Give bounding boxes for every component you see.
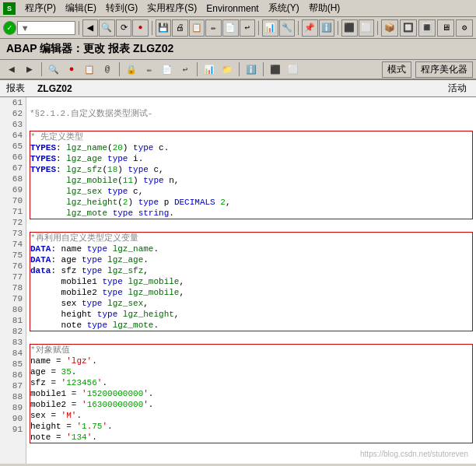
icon12[interactable]: ⬛: [341, 19, 358, 37]
code-content[interactable]: *§2.1.2.自定义数据类型测试- * 先定义类型TYPES: lgz_nam…: [26, 97, 476, 464]
print-button[interactable]: 🖨: [172, 19, 188, 37]
menu-bar: S 程序(P) 编辑(E) 转到(G) 实用程序(S) Environment …: [0, 0, 476, 17]
code-line: TYPES: lgz_sfz(18) type c,: [30, 164, 472, 175]
line-num: 91: [0, 424, 26, 435]
program-input[interactable]: ▼: [17, 21, 75, 35]
line-num: 66: [0, 152, 26, 163]
icon9[interactable]: 🔧: [279, 19, 296, 37]
code-line: *§2.1.2.自定义数据类型测试-: [30, 108, 473, 119]
menu-item-program[interactable]: 程序(P): [20, 0, 61, 16]
tool8[interactable]: ↩: [177, 61, 194, 77]
code-line: height type lgz_height,: [30, 309, 472, 320]
line-num: 76: [0, 261, 26, 272]
line-num: 77: [0, 272, 26, 282]
line-num: 72: [0, 217, 26, 228]
code-line: mobile2 type lgz_mobile,: [30, 287, 472, 298]
nav-forward[interactable]: ▶: [21, 61, 38, 77]
line-num: 85: [0, 359, 26, 370]
code-line: lgz_mobile(11) type n,: [30, 175, 472, 186]
refresh-button[interactable]: ⟳: [116, 19, 132, 37]
line-num: 80: [0, 304, 26, 315]
code-line: TYPES: lgz_age type i.: [30, 153, 472, 164]
tool1[interactable]: 🔍: [45, 61, 62, 77]
icon16[interactable]: 🔳: [418, 19, 436, 37]
code-line: sfz = '123456'.: [30, 377, 472, 388]
save-button[interactable]: 💾: [156, 19, 172, 37]
tool7[interactable]: 📄: [159, 61, 176, 77]
line-num: 62: [0, 108, 26, 119]
beautify-button[interactable]: 程序美化器: [415, 61, 473, 78]
tool9[interactable]: 📊: [201, 61, 218, 77]
code-line: lgz_height(2) type p DECIMALS 2,: [30, 197, 472, 208]
mode-button[interactable]: 模式: [382, 61, 411, 78]
code-line: note = '134'.: [30, 432, 472, 443]
icon15[interactable]: 🔲: [400, 19, 417, 37]
line-num: 79: [0, 293, 26, 304]
toolbar1: ✓ ▼ ◀ 🔍 ⟳ ● 💾 🖨 📋 ✏️ 📄 ↩ 📊 🔧 📌 ℹ️ ⬛ ⬜ 📦 …: [0, 17, 476, 39]
icon17[interactable]: 🖥: [437, 19, 454, 37]
line-num: 78: [0, 282, 26, 293]
code-line: [30, 220, 473, 231]
code-line: mobile1 type lgz_mobile,: [30, 276, 472, 287]
menu-item-system[interactable]: 系统(Y): [264, 0, 304, 16]
code-area[interactable]: 6162636465666768697071727374757677787980…: [0, 97, 476, 464]
menu-item-environment[interactable]: Environment: [201, 2, 263, 16]
code-line: data: sfz type lgz_sfz,: [30, 265, 472, 276]
line-num: 67: [0, 163, 26, 173]
icon5[interactable]: ✏️: [205, 19, 222, 37]
line-numbers: 6162636465666768697071727374757677787980…: [0, 97, 26, 464]
prog-status: 活动: [439, 80, 476, 96]
code-line: [30, 97, 473, 108]
icon8[interactable]: 📊: [262, 19, 278, 37]
right-buttons: 📦 🔲 🔳 🖥 ⚙: [381, 19, 473, 37]
menu-item-utils[interactable]: 实用程序(S): [142, 0, 201, 16]
tool13[interactable]: ⬜: [285, 61, 302, 77]
menu-item-help[interactable]: 帮助(H): [304, 0, 345, 16]
code-line: age = 35.: [30, 366, 472, 377]
tool6[interactable]: ✏️: [141, 61, 158, 77]
tool4[interactable]: @: [99, 61, 116, 77]
line-num: 86: [0, 370, 26, 380]
search-button[interactable]: 🔍: [99, 19, 115, 37]
back-button[interactable]: ◀: [82, 19, 99, 37]
code-line: * 先定义类型: [30, 131, 472, 142]
icon10[interactable]: 📌: [302, 19, 318, 37]
app-icon: S: [3, 2, 16, 15]
line-num: 69: [0, 184, 26, 195]
tool3[interactable]: 📋: [81, 61, 98, 77]
icon4[interactable]: 📋: [189, 19, 205, 37]
code-line: [30, 119, 473, 130]
icon7[interactable]: ↩: [240, 19, 256, 37]
code-line: DATA: age type lgz_age.: [30, 254, 472, 265]
toolbar2: ◀ ▶ 🔍 ● 📋 @ 🔒 ✏️ 📄 ↩ 📊 📁 ℹ️ ⬛ ⬜ 模式 程序美化器: [0, 60, 476, 80]
tool11[interactable]: ℹ️: [243, 61, 260, 77]
code-line: TYPES: lgz_name(20) type c.: [30, 142, 472, 153]
icon13[interactable]: ⬜: [359, 19, 375, 37]
tool10[interactable]: 📁: [219, 61, 236, 77]
icon11[interactable]: ℹ️: [319, 19, 335, 37]
code-line: height = '1.75'.: [30, 421, 472, 432]
code-line: sex = 'M'.: [30, 410, 472, 421]
icon18[interactable]: ⚙: [456, 19, 473, 37]
line-num: 70: [0, 195, 26, 206]
watermark: https://blog.csdn.net/stutoreven: [360, 450, 468, 458]
icon14[interactable]: 📦: [381, 19, 398, 37]
prog-bar: 报表 ZLGZ02 活动: [0, 80, 476, 97]
line-num: 87: [0, 380, 26, 391]
code-line: mobile2 = '16300000000'.: [30, 399, 472, 410]
check-button[interactable]: ✓: [3, 21, 16, 35]
tool5[interactable]: 🔒: [123, 61, 140, 77]
line-num: 64: [0, 130, 26, 141]
line-num: 71: [0, 206, 26, 217]
icon3[interactable]: ●: [132, 19, 149, 37]
code-line: note type lgz_mote.: [30, 320, 472, 331]
icon6[interactable]: 📄: [222, 19, 239, 37]
code-line: name = 'lgz'.: [30, 356, 472, 366]
nav-back[interactable]: ◀: [3, 61, 20, 77]
menu-item-goto[interactable]: 转到(G): [101, 0, 142, 16]
line-num: 73: [0, 228, 26, 239]
tool2[interactable]: ●: [63, 61, 80, 77]
tool12[interactable]: ⬛: [267, 61, 284, 77]
menu-item-edit[interactable]: 编辑(E): [61, 0, 101, 16]
code-line: *对象赋值: [30, 345, 472, 356]
